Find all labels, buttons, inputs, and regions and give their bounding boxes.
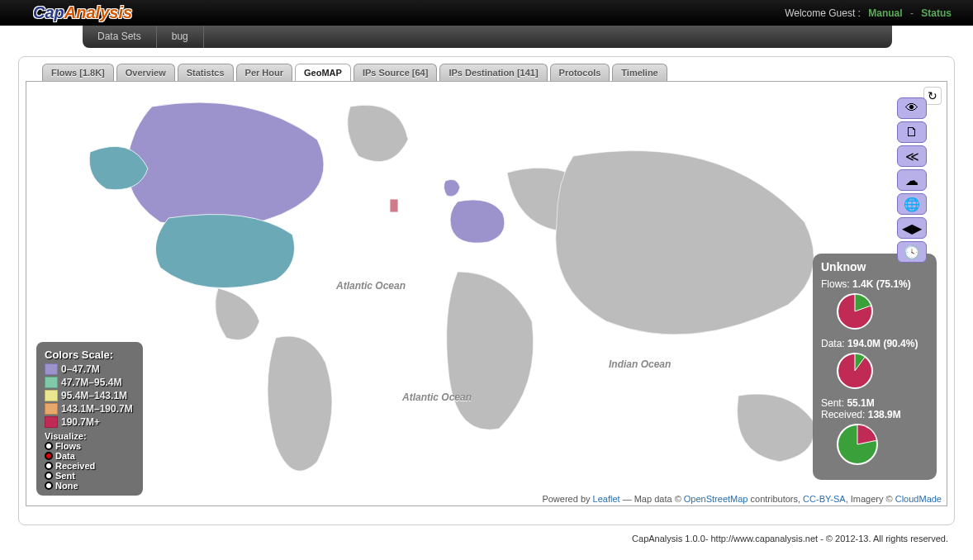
info-sent: Sent: 55.1M bbox=[821, 397, 928, 409]
side-file-button[interactable]: 🗋 bbox=[897, 121, 927, 143]
visualize-option-sent[interactable]: Sent bbox=[45, 471, 133, 481]
tab-timeline[interactable]: Timeline bbox=[612, 64, 667, 81]
nav-datasets[interactable]: Data Sets bbox=[83, 26, 157, 48]
side-clock-button[interactable]: 🕓 bbox=[897, 241, 927, 263]
visualize-title: Visualize: bbox=[45, 431, 133, 441]
radio-icon bbox=[45, 452, 53, 460]
visualize-option-data[interactable]: Data bbox=[45, 451, 133, 461]
legend-label: 143.1M–190.7M bbox=[61, 403, 133, 415]
topbar: CapAnalysis Welcome Guest : Manual - Sta… bbox=[0, 0, 973, 26]
legend-swatch bbox=[45, 403, 58, 415]
tabs-bar: Flows [1.8K] Overview Statistcs Per Hour… bbox=[26, 64, 947, 81]
main-panel: Flows [1.8K] Overview Statistcs Per Hour… bbox=[18, 56, 955, 525]
label-atlantic2: Atlantic Ocean bbox=[402, 392, 472, 403]
separator: - bbox=[910, 7, 914, 19]
pie-data bbox=[836, 352, 874, 390]
legend-row: 143.1M–190.7M bbox=[45, 403, 133, 415]
visualize-label: Sent bbox=[55, 471, 75, 481]
visualize-option-flows[interactable]: Flows bbox=[45, 441, 133, 451]
expand-icon: ◀▶ bbox=[902, 221, 922, 236]
legend-row: 0–47.7M bbox=[45, 363, 133, 375]
logo-part2: Analysis bbox=[64, 3, 132, 21]
visualize-label: Flows bbox=[55, 441, 81, 451]
visualize-label: None bbox=[55, 481, 78, 491]
logo[interactable]: CapAnalysis bbox=[33, 3, 132, 22]
legend-label: 190.7M+ bbox=[61, 416, 100, 428]
svg-rect-0 bbox=[390, 199, 398, 212]
info-box: Unknow Flows: 1.4K (75.1%) Data: 194.0M … bbox=[813, 254, 937, 480]
ccbysa-link[interactable]: CC-BY-SA bbox=[803, 494, 846, 504]
pie-sentreceived bbox=[836, 423, 879, 466]
tab-geomap[interactable]: GeoMAP bbox=[295, 64, 351, 81]
footer: CapAnalysis 1.0.0- http://www.capanalysi… bbox=[0, 525, 973, 543]
eye-icon: 👁 bbox=[905, 101, 918, 116]
navbar: Data Sets bug bbox=[83, 26, 892, 48]
info-flows: Flows: 1.4K (75.1%) bbox=[821, 278, 928, 290]
visualize-option-none[interactable]: None bbox=[45, 481, 133, 491]
leaflet-link[interactable]: Leaflet bbox=[593, 494, 620, 504]
cloudmade-link[interactable]: CloudMade bbox=[895, 494, 942, 504]
refresh-icon: ↻ bbox=[928, 89, 937, 102]
visualize-option-received[interactable]: Received bbox=[45, 461, 133, 471]
cloud-icon: ☁ bbox=[905, 173, 918, 188]
tab-overview[interactable]: Overview bbox=[116, 64, 175, 81]
legend-swatch bbox=[45, 377, 58, 388]
legend-swatch bbox=[45, 363, 58, 375]
tab-protocols[interactable]: Protocols bbox=[550, 64, 610, 81]
legend-label: 47.7M–95.4M bbox=[61, 377, 121, 388]
legend-row: 47.7M–95.4M bbox=[45, 377, 133, 388]
side-toolbar: 👁 🗋 ≪ ☁ 🌐 ◀▶ 🕓 bbox=[897, 97, 927, 263]
info-data: Data: 194.0M (90.4%) bbox=[821, 338, 928, 349]
map-area[interactable]: ↻ bbox=[26, 81, 947, 506]
legend-box: Colors Scale: 0–47.7M47.7M–95.4M95.4M–14… bbox=[36, 342, 143, 496]
tab-flows[interactable]: Flows [1.8K] bbox=[42, 64, 114, 81]
side-cloud-button[interactable]: ☁ bbox=[897, 169, 927, 191]
file-icon: 🗋 bbox=[905, 125, 918, 140]
share-icon: ≪ bbox=[905, 149, 919, 164]
visualize-label: Received bbox=[55, 461, 95, 471]
world-map[interactable] bbox=[26, 82, 947, 499]
legend-row: 95.4M–143.1M bbox=[45, 390, 133, 401]
visualize-label: Data bbox=[55, 451, 75, 461]
side-globe-button[interactable]: 🌐 bbox=[897, 193, 927, 215]
legend-swatch bbox=[45, 416, 58, 428]
legend-label: 95.4M–143.1M bbox=[61, 390, 127, 401]
tab-perhour[interactable]: Per Hour bbox=[236, 64, 292, 81]
label-indian: Indian Ocean bbox=[609, 358, 671, 370]
status-link[interactable]: Status bbox=[921, 7, 952, 19]
side-share-button[interactable]: ≪ bbox=[897, 145, 927, 167]
radio-icon bbox=[45, 472, 53, 480]
pie-flows bbox=[836, 292, 874, 330]
logo-part1: Cap bbox=[33, 3, 64, 21]
manual-link[interactable]: Manual bbox=[868, 7, 902, 19]
nav-bug[interactable]: bug bbox=[157, 26, 204, 48]
welcome-area: Welcome Guest : Manual - Status bbox=[785, 7, 956, 19]
legend-swatch bbox=[45, 390, 58, 401]
tab-ipsdest[interactable]: IPs Destination [141] bbox=[439, 64, 547, 81]
legend-label: 0–47.7M bbox=[61, 363, 100, 375]
globe-icon: 🌐 bbox=[904, 197, 920, 212]
tab-ipssource[interactable]: IPs Source [64] bbox=[354, 64, 437, 81]
side-expand-button[interactable]: ◀▶ bbox=[897, 217, 927, 239]
radio-icon bbox=[45, 482, 53, 490]
label-atlantic1: Atlantic Ocean bbox=[336, 280, 406, 292]
welcome-text: Welcome Guest : bbox=[785, 7, 861, 19]
map-attribution: Powered by Leaflet — Map data © OpenStre… bbox=[537, 492, 947, 505]
tab-statistics[interactable]: Statistcs bbox=[178, 64, 234, 81]
radio-icon bbox=[45, 462, 53, 470]
legend-row: 190.7M+ bbox=[45, 416, 133, 428]
clock-icon: 🕓 bbox=[904, 244, 920, 260]
info-received: Received: 138.9M bbox=[821, 409, 928, 420]
legend-title: Colors Scale: bbox=[45, 349, 133, 361]
radio-icon bbox=[45, 442, 53, 450]
side-eye-button[interactable]: 👁 bbox=[897, 97, 927, 119]
osm-link[interactable]: OpenStreetMap bbox=[684, 494, 748, 504]
